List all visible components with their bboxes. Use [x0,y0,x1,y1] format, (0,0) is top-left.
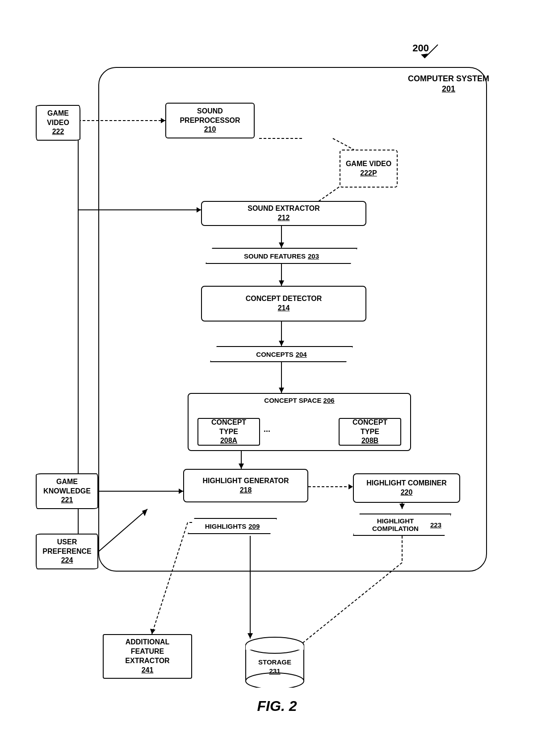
concept-type-dots: ... [264,425,270,434]
game-video-input: GAME VIDEO 222 [36,105,80,141]
user-preference-box: USER PREFERENCE 224 [36,534,98,569]
game-knowledge-box: GAME KNOWLEDGE 221 [36,473,98,509]
diagram-container: 200 COMPUTER SYSTEM 201 [27,18,527,723]
highlight-generator-box: HIGHLIGHT GENERATOR 218 [183,469,308,502]
svg-text:STORAGE: STORAGE [258,658,291,666]
figure-label: FIG. 2 [257,698,297,714]
highlights-banner: HIGHLIGHTS 209 [188,518,277,534]
highlight-compilation-banner: HIGHLIGHT COMPILATION 223 [353,514,451,536]
storage-cylinder: STORAGE 231 [241,634,308,688]
svg-text:231: 231 [269,667,280,675]
svg-point-42 [246,673,304,688]
computer-system-label: COMPUTER SYSTEM 201 [408,74,489,95]
ref-200-arrow [411,40,447,63]
sound-features-banner: SOUND FEATURES 203 [206,248,357,264]
highlight-combiner-box: HIGHLIGHT COMBINER 220 [353,473,460,503]
svg-rect-43 [246,645,304,650]
concept-type-b-box: CONCEPT TYPE 208B [339,418,401,446]
concept-type-a-box: CONCEPT TYPE 208A [197,418,260,446]
sound-preprocessor-box: SOUND PREPROCESSOR 210 [165,103,255,138]
svg-line-0 [424,45,438,58]
concept-space-label: CONCEPT SPACE 206 [264,397,334,404]
concepts-banner: CONCEPTS 204 [210,346,353,362]
additional-feature-extractor-box: ADDITIONAL FEATURE EXTRACTOR 241 [103,634,192,679]
svg-marker-31 [150,629,155,634]
game-video-internal: GAME VIDEO 222P [340,150,398,188]
sound-extractor-box: SOUND EXTRACTOR 212 [201,201,366,226]
concept-space-container: CONCEPT SPACE 206 CONCEPT TYPE 208A ... … [188,393,411,451]
concept-detector-box: CONCEPT DETECTOR 214 [201,286,366,322]
